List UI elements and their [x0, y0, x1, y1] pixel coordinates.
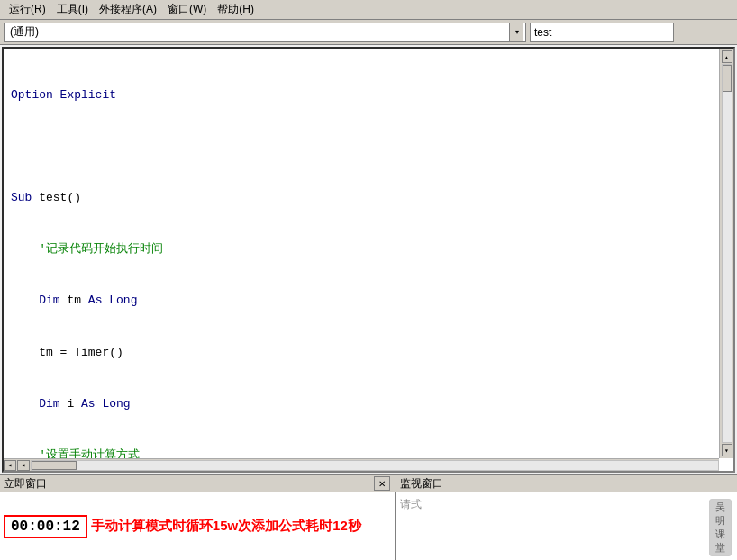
- code-line-tm: tm = Timer(): [11, 344, 726, 362]
- menubar: 运行(R) 工具(I) 外接程序(A) 窗口(W) 帮助(H): [0, 0, 737, 20]
- toolbar: (通用) ▾ test: [0, 20, 737, 45]
- procedure-value: test: [534, 26, 551, 39]
- h-scroll-track[interactable]: [31, 460, 719, 471]
- watch-content: 请式: [396, 492, 737, 560]
- code-line-sub: Sub test(): [11, 189, 726, 207]
- immediate-label: 立即窗口: [4, 476, 47, 492]
- menu-tools[interactable]: 工具(I): [51, 0, 94, 19]
- scroll-left-btn[interactable]: ◂: [4, 460, 16, 471]
- bottom-panels: 立即窗口 ✕ 监视窗口 00:00:12 手动计算模式时循环15w次添加公式耗时…: [0, 474, 737, 560]
- combo-arrow-icon[interactable]: ▾: [509, 23, 523, 41]
- menu-run[interactable]: 运行(R): [4, 0, 51, 19]
- menu-addins[interactable]: 外接程序(A): [94, 0, 162, 19]
- procedure-combo[interactable]: test: [530, 23, 674, 42]
- scroll-down-btn[interactable]: ▾: [722, 444, 732, 456]
- h-scrollbar[interactable]: ◂ ◂: [4, 458, 719, 471]
- code-line-option: Option Explicit: [11, 86, 726, 104]
- object-combo[interactable]: (通用) ▾: [4, 23, 526, 42]
- v-scrollbar[interactable]: ▴ ▾: [719, 49, 733, 458]
- immediate-close-btn[interactable]: ✕: [374, 476, 390, 491]
- watch-panel-header: 监视窗口: [396, 475, 737, 492]
- menu-window[interactable]: 窗口(W): [162, 0, 212, 19]
- code-line-dim1: Dim tm As Long: [11, 292, 726, 310]
- h-scroll-thumb[interactable]: [32, 461, 77, 470]
- code-content: Option Explicit Sub test() '记录代码开始执行时间 D…: [4, 49, 733, 473]
- scroll-left2-btn[interactable]: ◂: [17, 460, 30, 471]
- v-scroll-thumb[interactable]: [723, 65, 732, 92]
- panel-content: 00:00:12 手动计算模式时循环15w次添加公式耗时12秒 请式 吴明课堂: [0, 492, 737, 560]
- result-text: 手动计算模式时循环15w次添加公式耗时12秒: [91, 518, 361, 535]
- watermark-badge: 吴明课堂: [709, 499, 732, 556]
- watch-placeholder: 请式: [400, 498, 422, 510]
- menu-help[interactable]: 帮助(H): [212, 0, 259, 19]
- immediate-panel-header: 立即窗口 ✕: [0, 475, 396, 492]
- immediate-content: 00:00:12 手动计算模式时循环15w次添加公式耗时12秒: [0, 492, 396, 560]
- scroll-up-btn[interactable]: ▴: [722, 50, 732, 63]
- code-line-blank: [11, 138, 726, 156]
- watch-label: 监视窗口: [400, 476, 443, 492]
- code-line-comment1: '记录代码开始执行时间: [11, 240, 726, 258]
- combo-value: (通用): [6, 24, 509, 40]
- code-editor[interactable]: Option Explicit Sub test() '记录代码开始执行时间 D…: [2, 47, 735, 473]
- panels-header: 立即窗口 ✕ 监视窗口: [0, 474, 737, 492]
- code-line-dim2: Dim i As Long: [11, 395, 726, 413]
- v-scroll-track[interactable]: [722, 64, 732, 443]
- app-window: 运行(R) 工具(I) 外接程序(A) 窗口(W) 帮助(H) (通用) ▾ t…: [0, 0, 737, 560]
- time-display: 00:00:12: [4, 515, 87, 538]
